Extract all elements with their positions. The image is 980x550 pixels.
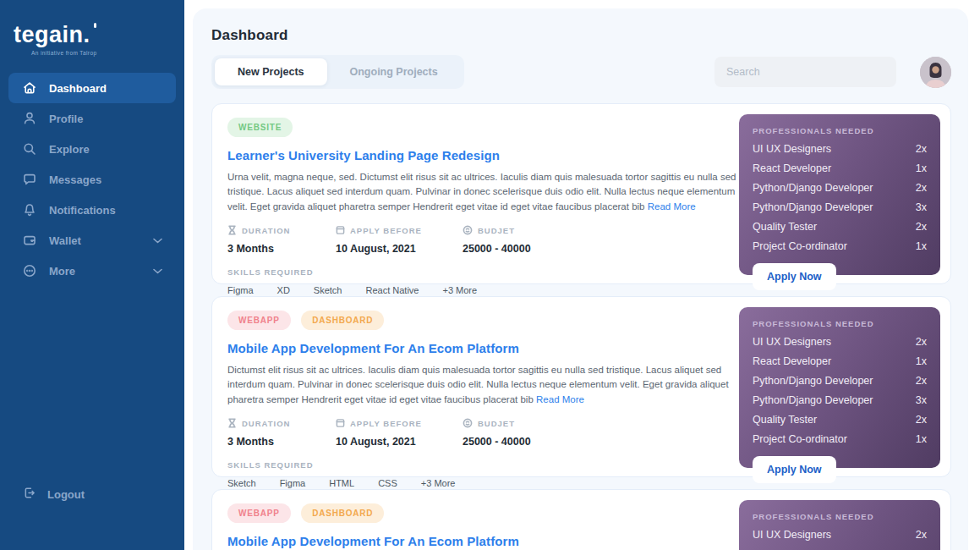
tag-dashboard: DASHBOARD xyxy=(301,311,384,330)
role-row: Python/Django Developer 2x xyxy=(753,375,927,387)
role-name: UI UX Designers xyxy=(753,529,831,541)
project-description: Urna velit, magna neque, sed. Dictumst e… xyxy=(227,170,745,214)
role-count: 2x xyxy=(916,182,927,194)
tag-dashboard: DASHBOARD xyxy=(301,503,384,523)
duration-label: DURATION xyxy=(242,226,290,235)
role-row: Python/Django Developer 3x xyxy=(753,394,927,406)
read-more-link[interactable]: Read More xyxy=(536,394,584,404)
project-card: WEBSITE Learner's University Landing Pag… xyxy=(211,103,951,284)
role-count: 1x xyxy=(916,240,927,252)
role-name: Python/Django Developer xyxy=(753,394,873,406)
sidebar-item-more[interactable]: More xyxy=(8,256,176,286)
project-card: WEBAPP DASHBOARD Mobile App Development … xyxy=(211,489,951,550)
role-name: Quality Tester xyxy=(753,221,817,233)
skill-chip: React Native xyxy=(365,285,419,295)
skill-chip: Figma xyxy=(280,478,306,488)
duration-value: 3 Months xyxy=(227,436,336,448)
role-count: 1x xyxy=(916,433,927,445)
professionals-panel: PROFESSIONALS NEEDED UI UX Designers 2x … xyxy=(739,307,940,468)
role-name: React Developer xyxy=(753,162,831,174)
chat-icon xyxy=(22,172,37,187)
project-card: WEBAPP DASHBOARD Mobile App Development … xyxy=(211,296,951,477)
sidebar-item-label: Dashboard xyxy=(49,82,107,95)
role-count: 3x xyxy=(916,394,927,406)
role-name: Python/Django Developer xyxy=(753,375,873,387)
role-row: Project Co-ordinator 1x xyxy=(753,433,927,445)
bell-icon xyxy=(22,202,37,217)
hourglass-icon xyxy=(227,418,237,430)
sidebar-item-dashboard[interactable]: Dashboard xyxy=(8,73,176,103)
role-name: React Developer xyxy=(753,355,831,367)
budget-block: BUDJET 25000 - 40000 xyxy=(463,418,531,448)
logo-tagline: An initiative from Talrop xyxy=(31,50,184,56)
role-name: UI UX Designers xyxy=(753,143,831,155)
tegain-logo: tegain. xyxy=(14,22,90,48)
chevron-down-icon[interactable] xyxy=(153,238,162,244)
role-name: Project Co-ordinator xyxy=(753,433,847,445)
role-row: React Developer 1x xyxy=(753,355,927,367)
role-row: Quality Tester 2x xyxy=(753,221,927,233)
sidebar-item-messages[interactable]: Messages xyxy=(8,164,176,195)
role-count: 2x xyxy=(916,143,927,155)
sidebar-item-profile[interactable]: Profile xyxy=(8,103,176,134)
role-row: Quality Tester 2x xyxy=(753,414,927,426)
main-content: Dashboard New Projects Ongoing Projects … xyxy=(193,8,968,550)
chevron-down-icon[interactable] xyxy=(153,268,162,274)
home-icon xyxy=(22,80,37,96)
tab-new-projects[interactable]: New Projects xyxy=(215,58,327,85)
role-row: UI UX Designers 2x xyxy=(753,529,927,541)
skill-chip: Sketch xyxy=(227,478,256,488)
tag-webapp: WEBAPP xyxy=(227,311,291,330)
wallet-icon xyxy=(22,233,37,248)
skill-chip: Figma xyxy=(227,285,254,295)
user-icon xyxy=(22,111,37,126)
skill-chip: CSS xyxy=(378,478,397,488)
logout-icon xyxy=(22,486,36,503)
sidebar-item-wallet[interactable]: Wallet xyxy=(8,225,176,256)
budget-label: BUDJET xyxy=(478,419,515,428)
duration-value: 3 Months xyxy=(227,243,336,255)
sidebar-item-label: Profile xyxy=(49,113,83,125)
tag-webapp: WEBAPP xyxy=(227,503,291,523)
sidebar-item-explore[interactable]: Explore xyxy=(8,134,176,164)
calendar-icon xyxy=(336,418,345,430)
apply-before-block: APPLY BEFORE 10 August, 2021 xyxy=(336,225,463,255)
skill-chip: Sketch xyxy=(314,285,342,295)
role-name: Python/Django Developer xyxy=(753,182,873,194)
apply-now-button[interactable]: Apply Now xyxy=(753,263,836,290)
hourglass-icon xyxy=(227,225,237,237)
header-row: New Projects Ongoing Projects xyxy=(211,55,951,89)
role-row: Python/Django Developer 2x xyxy=(753,182,927,194)
tab-ongoing-projects[interactable]: Ongoing Projects xyxy=(327,58,461,85)
skills-more-link[interactable]: +3 More xyxy=(421,478,456,488)
project-cards-list: WEBSITE Learner's University Landing Pag… xyxy=(211,103,951,550)
search-icon xyxy=(22,141,37,157)
search-input[interactable] xyxy=(714,57,896,87)
sidebar-item-label: Messages xyxy=(49,173,101,186)
apply-now-button[interactable]: Apply Now xyxy=(753,456,836,483)
coin-icon xyxy=(463,418,473,430)
role-count: 1x xyxy=(916,355,927,367)
apply-before-value: 10 August, 2021 xyxy=(336,436,463,448)
skills-more-link[interactable]: +3 More xyxy=(442,285,477,295)
role-count: 2x xyxy=(916,529,927,541)
duration-block: DURATION 3 Months xyxy=(227,225,336,255)
role-count: 2x xyxy=(916,336,927,348)
project-description: Dictumst elit risus sit ac ultrices. Iac… xyxy=(227,363,745,407)
role-row: UI UX Designers 2x xyxy=(753,143,927,155)
avatar[interactable] xyxy=(920,57,951,88)
professionals-needed-label: PROFESSIONALS NEEDED xyxy=(753,319,927,328)
sidebar: tegain. An initiative from Talrop Dashbo… xyxy=(0,0,184,550)
professionals-panel: PROFESSIONALS NEEDED UI UX Designers 2x … xyxy=(739,114,940,275)
sidebar-item-label: Notifications xyxy=(49,204,116,217)
professionals-needed-label: PROFESSIONALS NEEDED xyxy=(753,126,927,135)
logo-block: tegain. An initiative from Talrop xyxy=(0,0,184,56)
role-row: React Developer 1x xyxy=(753,162,927,174)
professionals-needed-label: PROFESSIONALS NEEDED xyxy=(753,512,927,521)
read-more-link[interactable]: Read More xyxy=(648,201,696,212)
logout-label: Logout xyxy=(47,488,85,501)
tag-website: WEBSITE xyxy=(227,118,293,137)
role-row: Python/Django Developer 3x xyxy=(753,201,927,213)
sidebar-item-notifications[interactable]: Notifications xyxy=(8,195,176,225)
logout-button[interactable]: Logout xyxy=(22,486,85,503)
